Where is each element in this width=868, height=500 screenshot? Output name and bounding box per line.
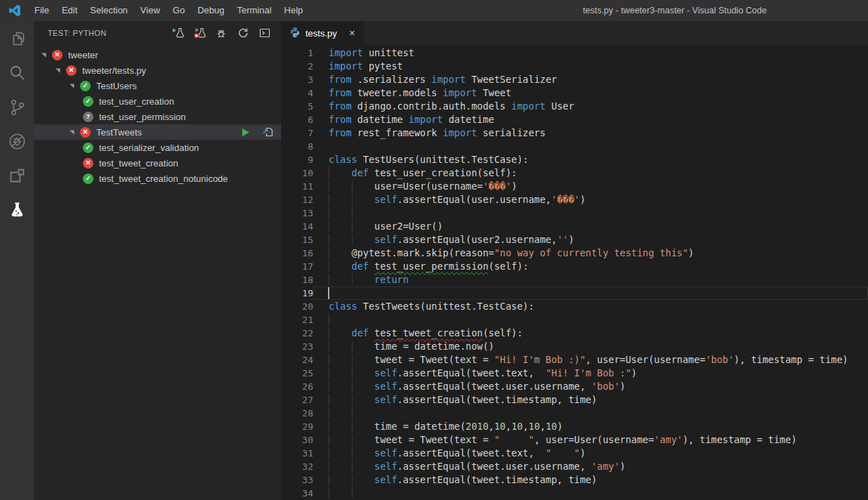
code-line-20[interactable]: 20class TestTweets(unittest.TestCase):: [281, 300, 868, 313]
line-number: 23: [281, 340, 313, 353]
tree-item-test-serializer-validation[interactable]: ✓test_serializer_validation: [34, 140, 281, 155]
run-test-icon[interactable]: [242, 128, 250, 137]
code-line-26[interactable]: 26 self.assertEqual(tweet.user.username,…: [281, 380, 868, 393]
indent-guide: [329, 421, 352, 432]
code-line-2[interactable]: 2import pytest: [281, 60, 868, 73]
code-token: 2010: [466, 421, 489, 432]
code-token: test_user_creation(self):: [369, 167, 517, 178]
window-title: tests.py - tweeter3-master - Visual Stud…: [583, 0, 767, 21]
line-content: [313, 313, 868, 327]
indent-guide: [352, 274, 375, 285]
code-line-30[interactable]: 30 tweet = Tweet(text = " ", user=User(u…: [281, 433, 868, 447]
code-token: datetime: [352, 114, 409, 125]
indent-guide: [329, 367, 352, 379]
code-line-10[interactable]: 10 def test_user_creation(self):: [281, 166, 868, 180]
code-line-11[interactable]: 11 user=User(username='���'): [281, 180, 868, 193]
code-line-19[interactable]: 19: [281, 287, 868, 300]
code-line-6[interactable]: 6from datetime import datetime: [281, 113, 868, 126]
indent-guide: [352, 474, 375, 485]
line-number: 5: [281, 100, 313, 113]
code-line-32[interactable]: 32 self.assertEqual(tweet.user.username,…: [281, 460, 868, 473]
run-all-tests-icon[interactable]: [171, 27, 184, 39]
code-line-22[interactable]: 22 def test_tweet_creation(self):: [281, 327, 868, 340]
indent-guide: [329, 394, 352, 405]
menu-view[interactable]: View: [134, 0, 166, 21]
code-line-9[interactable]: 9class TestUsers(unittest.TestCase):: [281, 153, 868, 166]
code-line-13[interactable]: 13: [281, 206, 868, 220]
activity-source-control-button[interactable]: [0, 91, 34, 126]
code-line-3[interactable]: 3from .serializers import TweetSerialize…: [281, 73, 868, 86]
tree-item-tweeter-tests-py[interactable]: ✕tweeter/tests.py: [34, 63, 281, 78]
code-line-12[interactable]: 12 self.assertEqual(user.username,'���'): [281, 193, 868, 206]
menu-go[interactable]: Go: [166, 0, 191, 21]
twisty-expanded-icon[interactable]: [69, 83, 80, 89]
code-line-15[interactable]: 15 self.assertEqual(user2.username,''): [281, 233, 868, 246]
code-line-14[interactable]: 14 user2=User(): [281, 220, 868, 233]
code-line-34[interactable]: 34: [281, 487, 868, 500]
activity-files-button[interactable]: [0, 22, 34, 57]
menu-file[interactable]: File: [28, 0, 55, 21]
code-area[interactable]: 1import unittest2import pytest3from .ser…: [281, 46, 868, 500]
twisty-expanded-icon[interactable]: [69, 129, 80, 136]
activity-debug-disabled-button[interactable]: [0, 126, 34, 160]
code-line-5[interactable]: 5from django.contrib.auth.models import …: [281, 100, 868, 113]
tree-item-test-tweet-creation-notunicode[interactable]: ✓test_tweet_creation_notunicode: [34, 171, 281, 186]
activity-extensions-button[interactable]: [0, 160, 34, 195]
code-line-17[interactable]: 17 def test_user_permission(self):: [281, 260, 868, 273]
tree-item-testtweets[interactable]: ✕TestTweets: [34, 124, 281, 140]
code-token: 'bob': [591, 381, 620, 392]
code-line-28[interactable]: 28: [281, 407, 868, 420]
activity-test-flask-button[interactable]: [0, 195, 34, 229]
code-token: ,: [489, 421, 494, 432]
code-line-33[interactable]: 33 self.assertEqual(tweet.timestamp, tim…: [281, 473, 868, 487]
goto-test-icon[interactable]: [263, 126, 274, 138]
code-line-31[interactable]: 31 self.assertEqual(tweet.text, " "): [281, 447, 868, 460]
code-line-16[interactable]: 16 @pytest.mark.skip(reason="no way of c…: [281, 246, 868, 260]
line-number: 31: [281, 447, 313, 460]
code-line-27[interactable]: 27 self.assertEqual(tweet.timestamp, tim…: [281, 393, 868, 407]
test-status-failed-icon: ✕: [83, 158, 93, 169]
menu-edit[interactable]: Edit: [55, 0, 84, 21]
test-status-passed-icon: ✓: [83, 96, 93, 107]
code-line-7[interactable]: 7from rest_framework import serializers: [281, 126, 868, 140]
code-line-29[interactable]: 29 time = datetime(2010,10,10,10,10): [281, 420, 868, 433]
menu-help[interactable]: Help: [278, 0, 310, 21]
test-status-failed-icon: ✕: [52, 50, 63, 60]
tree-item-test-user-permission[interactable]: ?test_user_permission: [34, 109, 281, 124]
run-failed-tests-icon[interactable]: [193, 27, 206, 39]
code-line-23[interactable]: 23 time = datetime.now(): [281, 340, 868, 353]
code-token: self: [374, 234, 397, 245]
twisty-expanded-icon[interactable]: [55, 67, 66, 74]
tree-item-test-user-creation[interactable]: ✓test_user_creation: [34, 93, 281, 109]
tree-item-tweeter[interactable]: ✕tweeter: [34, 47, 281, 63]
menu-terminal[interactable]: Terminal: [230, 0, 277, 21]
code-token: 10: [511, 421, 522, 432]
code-line-24[interactable]: 24 tweet = Tweet(text = "Hi! I'm Bob :)"…: [281, 353, 868, 367]
close-icon[interactable]: ✕: [349, 29, 355, 38]
tab-tests-py[interactable]: tests.py ✕: [281, 21, 364, 46]
tree-item-label: TestTweets: [96, 127, 142, 138]
line-number: 18: [281, 273, 313, 287]
code-token: return: [374, 274, 409, 285]
twisty-expanded-icon[interactable]: [41, 52, 52, 58]
code-line-25[interactable]: 25 self.assertEqual(tweet.text, "Hi! I'm…: [281, 367, 868, 380]
show-output-icon[interactable]: [258, 27, 271, 39]
code-line-8[interactable]: 8: [281, 140, 868, 153]
activity-search-button[interactable]: [0, 57, 34, 91]
code-line-4[interactable]: 4from tweeter.models import Tweet: [281, 86, 868, 100]
refresh-tests-icon[interactable]: [237, 27, 249, 39]
line-content: self.assertEqual(tweet.timestamp, time): [313, 393, 868, 407]
menu-selection[interactable]: Selection: [84, 0, 133, 21]
code-line-21[interactable]: 21: [281, 313, 868, 327]
indent-guide: [352, 461, 375, 472]
code-line-1[interactable]: 1import unittest: [281, 46, 868, 60]
tree-item-test-tweet-creation[interactable]: ✕test_tweet_creation: [34, 155, 281, 171]
menu-debug[interactable]: Debug: [191, 0, 230, 21]
tree-item-testusers[interactable]: ✓TestUsers: [34, 78, 281, 93]
line-content: def test_user_permission(self):: [313, 260, 868, 273]
debug-tests-icon[interactable]: [215, 27, 228, 39]
code-token: self: [374, 474, 397, 485]
code-token: ): [631, 367, 637, 379]
code-token: ): [580, 447, 586, 459]
code-line-18[interactable]: 18 return: [281, 273, 868, 287]
